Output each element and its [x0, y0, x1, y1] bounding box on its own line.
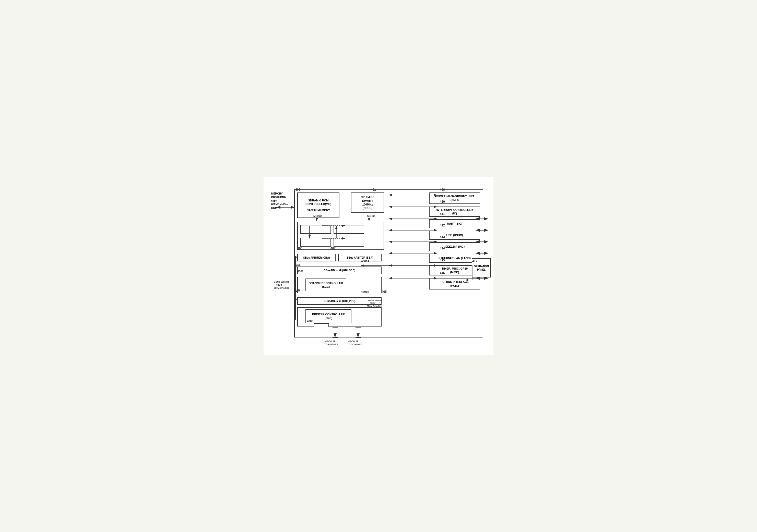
cache-memory-label: CACHE MEMORY [306, 207, 331, 213]
sbb-inner-left [300, 225, 331, 234]
bba-box: BBus ARBITER (BBA) [338, 254, 381, 261]
gba-box: GBus ARBITER (GBA) [297, 254, 336, 261]
ieee-box: IEEE1284 (PIC) [429, 242, 480, 251]
video-printer-label: VIDEO I/F [325, 340, 336, 342]
prc-box: PRINTER CONTROLLER(PRC) [305, 309, 351, 323]
video-scanner-label: VIDEO I/F [348, 340, 359, 342]
sbb-inner-right [334, 225, 364, 234]
prc-sub-box [314, 323, 329, 327]
sbb-inner-bottom-right [334, 238, 364, 247]
gbi-scc-box: GBus/BBus I/F (GBI_SCC) [297, 267, 381, 274]
gbus-label: GBus 100MHz [274, 281, 289, 283]
prc-outer-box: PRINTER CONTROLLER(PRC) [297, 307, 381, 327]
uart-box: UART (SIC) [429, 219, 480, 228]
sbb-inner-bottom-left [300, 238, 331, 247]
pmu-box: POWER MANAGEMENT UNIT(PMU) [429, 192, 480, 204]
svg-text:64Bit: 64Bit [276, 283, 282, 286]
svg-text:800MByte/Sec: 800MByte/Sec [274, 287, 289, 289]
gbi-prc-box: GBus/BBus I/F (GBI_PRC) [297, 297, 381, 305]
interrupt-controller-box: INTERRUPT CONTROLLER(IC) [429, 207, 480, 217]
pci-box: PCI BUS INTERFACE(PCIC) [429, 278, 480, 289]
diagram-container: MEMORYBUS100MHz64bit682MByte/SecROM SDRA… [271, 184, 491, 348]
scc-box: SCANNER CONTROLLER(SCC) [305, 279, 346, 291]
cpu-box: CPU MIPSCW4011100MHz(CPUU) [351, 192, 384, 213]
memory-bus-label: MEMORYBUS100MHz64bit682MByte/SecROM [271, 192, 293, 210]
sdram-controller-box: SDRAM & ROMCONTROLLER(MC) CACHE MEMORY [297, 192, 339, 218]
page: MEMORYBUS100MHz64bit682MByte/SecROM SDRA… [263, 177, 494, 355]
main-system-box: SDRAM & ROMCONTROLLER(MC) CACHE MEMORY C… [294, 190, 483, 338]
svg-text:TO PRINTER: TO PRINTER [324, 343, 338, 346]
scc-outer-box: SCANNER CONTROLLER(SCC) [297, 277, 381, 293]
operation-panel-box: OPERATIONPANEL [472, 258, 491, 278]
usb-box: USB (USBC) [429, 231, 480, 240]
svg-text:TO SCANNER: TO SCANNER [347, 343, 363, 346]
sbb-outer-box [297, 222, 384, 250]
